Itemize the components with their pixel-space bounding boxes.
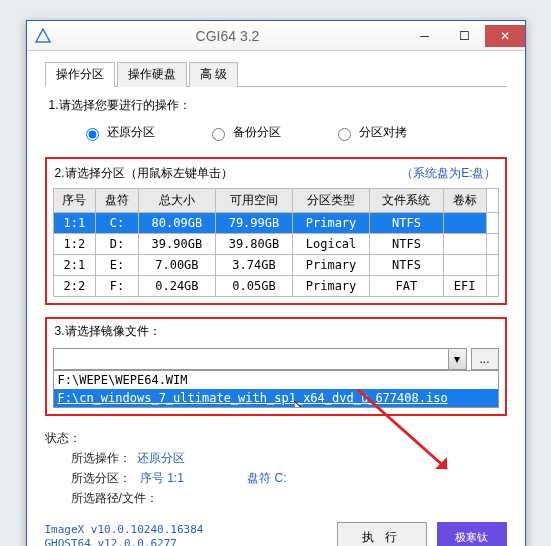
window-buttons: ─ ☐ ✕ (405, 25, 525, 47)
watermark: 极寒钛 (437, 522, 507, 546)
col-fs: 文件系统 (370, 189, 444, 213)
tab-disk[interactable]: 操作硬盘 (117, 62, 187, 87)
close-button[interactable]: ✕ (485, 25, 525, 47)
section2-label: 2.请选择分区（用鼠标左键单击） (55, 165, 233, 182)
radio-copy-input[interactable] (338, 128, 351, 141)
minimize-button[interactable]: ─ (405, 25, 445, 47)
status-part-label: 所选分区： (71, 471, 131, 485)
status-part-drive: 盘符 C: (247, 471, 286, 485)
status-label: 状态： (45, 431, 81, 445)
table-row[interactable]: 2:1E:7.00GB3.74GBPrimaryNTFS (53, 255, 498, 276)
section3-box: 3.请选择镜像文件： ▾ ... F:\WEPE\WEPE64.WIMF:\cn… (45, 317, 507, 416)
radio-restore-input[interactable] (86, 128, 99, 141)
tab-advanced[interactable]: 高 级 (189, 62, 238, 87)
tabs: 操作分区 操作硬盘 高 级 (45, 61, 507, 87)
col-total: 总大小 (138, 189, 215, 213)
status-op-label: 所选操作： (71, 451, 131, 465)
titlebar: CGI64 3.2 ─ ☐ ✕ (27, 21, 525, 51)
table-row[interactable]: 2:2F:0.24GB0.05GBPrimaryFATEFI (53, 276, 498, 297)
svg-line-0 (357, 389, 447, 469)
system-disk-note: （系统盘为E:盘） (401, 165, 496, 182)
list-item[interactable]: F:\WEPE\WEPE64.WIM (54, 371, 498, 389)
chevron-down-icon[interactable]: ▾ (448, 349, 466, 369)
tab-partition[interactable]: 操作分区 (45, 62, 115, 87)
section1-label: 1.请选择您要进行的操作： (49, 97, 507, 114)
col-drive: 盘符 (96, 189, 139, 213)
radio-backup[interactable]: 备份分区 (207, 124, 281, 141)
col-free: 可用空间 (215, 189, 292, 213)
window-title: CGI64 3.2 (51, 28, 405, 44)
section2-box: 2.请选择分区（用鼠标左键单击） （系统盘为E:盘） 序号 盘符 总大小 可用空… (45, 157, 507, 305)
operation-radios: 还原分区 备份分区 分区对拷 (81, 124, 507, 141)
radio-backup-input[interactable] (212, 128, 225, 141)
section3-label: 3.请选择镜像文件： (55, 323, 499, 340)
ghost-version: GHOST64 v12.0.0.6277 (45, 537, 204, 546)
col-scroll (486, 189, 498, 213)
browse-button[interactable]: ... (471, 348, 499, 370)
cursor-icon (294, 401, 310, 407)
partition-table[interactable]: 序号 盘符 总大小 可用空间 分区类型 文件系统 卷标 1:1C:80.09GB… (53, 188, 499, 297)
table-row[interactable]: 1:2D:39.90GB39.80GBLogicalNTFS (53, 234, 498, 255)
radio-copy[interactable]: 分区对拷 (333, 124, 407, 141)
version-info: ImageX v10.0.10240.16384 GHOST64 v12.0.0… (45, 523, 204, 546)
status-path-label: 所选路径/文件： (71, 491, 158, 505)
section2-header: 2.请选择分区（用鼠标左键单击） （系统盘为E:盘） (55, 165, 497, 182)
imagex-version: ImageX v10.0.10240.16384 (45, 523, 204, 537)
col-ptype: 分区类型 (293, 189, 370, 213)
image-dropdown-wrap: ▾ ... (53, 348, 499, 370)
footer: ImageX v10.0.10240.16384 GHOST64 v12.0.0… (45, 522, 507, 546)
col-vol: 卷标 (443, 189, 486, 213)
content: 操作分区 操作硬盘 高 级 1.请选择您要进行的操作： 还原分区 备份分区 分区… (27, 51, 525, 546)
app-icon (35, 28, 51, 44)
table-header-row: 序号 盘符 总大小 可用空间 分区类型 文件系统 卷标 (53, 189, 498, 213)
col-id: 序号 (53, 189, 96, 213)
annotation-arrow (347, 389, 467, 489)
execute-button[interactable]: 执 行 (337, 522, 427, 546)
app-window: CGI64 3.2 ─ ☐ ✕ 操作分区 操作硬盘 高 级 1.请选择您要进行的… (26, 20, 526, 546)
image-dropdown[interactable]: ▾ (53, 348, 467, 370)
status-op-value: 还原分区 (137, 451, 185, 465)
status-part-id: 序号 1:1 (140, 471, 184, 485)
table-row[interactable]: 1:1C:80.09GB79.99GBPrimaryNTFS (53, 213, 498, 234)
radio-restore[interactable]: 还原分区 (81, 124, 155, 141)
maximize-button[interactable]: ☐ (445, 25, 485, 47)
